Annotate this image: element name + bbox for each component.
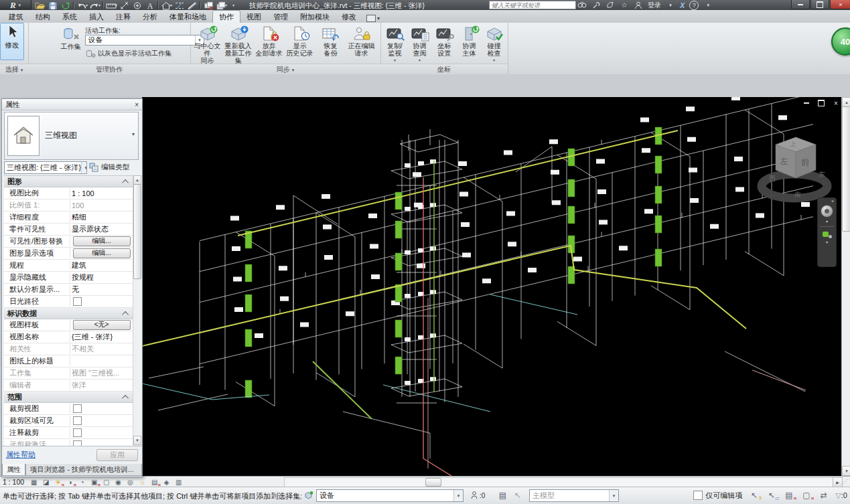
property-row[interactable]: 裁剪区域可见 (4, 415, 133, 427)
manage-collaboration-panel-label[interactable]: 管理协作 (28, 64, 190, 74)
coordination-settings-button[interactable]: 坐标设置 (432, 23, 457, 63)
minimize-button[interactable] (791, 0, 810, 9)
help-icon[interactable]: ? (689, 1, 699, 10)
close-button[interactable]: × (830, 0, 850, 9)
select-links-toggle[interactable]: ↖? (748, 491, 760, 501)
steering-wheel-icon[interactable] (821, 205, 833, 218)
property-row[interactable]: 工作集视图 "三维视... (4, 367, 133, 380)
restore-backup-button[interactable]: 恢复备份 (315, 23, 346, 63)
property-edit-button[interactable]: 编辑... (73, 248, 131, 258)
scroll-right-icon[interactable]: ▶ (833, 477, 843, 487)
ribbon-tab-2[interactable]: 结构 (29, 11, 56, 23)
ribbon-tab-5[interactable]: 注释 (110, 11, 137, 23)
ribbon-tab-6[interactable]: 分析 (137, 11, 163, 23)
chevron-down-icon[interactable]: ▾ (826, 219, 828, 224)
editing-requests-icon[interactable] (469, 490, 480, 501)
qat-redo-button[interactable]: ▾ (88, 1, 101, 10)
apply-button[interactable]: 应用 (96, 449, 138, 461)
properties-scrollbar[interactable]: ▲ ▼ (133, 175, 141, 445)
close-icon[interactable]: × (135, 101, 139, 108)
property-row[interactable]: 可见性/图形替换编辑... (4, 236, 133, 248)
chevron-down-icon[interactable]: ▾ (666, 1, 675, 9)
qat-section-button[interactable] (173, 1, 186, 10)
worksets-button[interactable]: 工作集 (59, 25, 82, 61)
qat-thin-lines-button[interactable] (186, 1, 198, 10)
exchange-apps-icon[interactable]: X (680, 1, 685, 9)
selection-filter-button[interactable]: ▽:0 (835, 491, 847, 500)
property-row[interactable]: 图纸上的标题 (4, 355, 133, 367)
view-restore-icon[interactable] (817, 99, 826, 107)
gray-inactive-worksets-toggle[interactable]: 以灰色显示非活动工作集 (85, 49, 171, 58)
qat-default-3d-view-button[interactable]: ▾ (160, 1, 173, 10)
tab-project-browser[interactable]: 项目浏览器 - 技师学院机电培训... (25, 464, 142, 476)
qat-save-button[interactable] (46, 1, 59, 10)
viewcube-front-label[interactable]: 前 (801, 157, 810, 167)
viewcube-west-label[interactable]: 西 (769, 175, 776, 182)
communication-icon[interactable] (606, 1, 615, 9)
qat-text-button[interactable]: A (143, 1, 156, 10)
resize-grip-icon[interactable]: ⋰ (843, 479, 849, 485)
property-group-header[interactable]: 标识数据 (4, 308, 133, 319)
coordinate-panel-label[interactable]: 坐标 (380, 64, 508, 74)
vcb-shadows-off-button[interactable]: ◑× (65, 478, 75, 487)
property-row[interactable]: 相关性不相关 (4, 343, 133, 355)
properties-help-link[interactable]: 属性帮助 (6, 450, 36, 460)
ribbon-tab-4[interactable]: 插入 (83, 11, 110, 23)
vcb-visual-style-button[interactable]: ◪ (41, 478, 51, 487)
property-row[interactable]: 图形显示选项编辑... (4, 248, 133, 260)
ribbon-tab-7[interactable]: 体量和场地 (163, 11, 212, 23)
qat-sync-button[interactable] (59, 1, 72, 10)
ribbon-tab-1[interactable]: 建筑 (3, 11, 29, 23)
property-row[interactable]: 远剪裁激活 (4, 439, 133, 446)
interference-check-button[interactable]: 碰撞检查▾ (482, 23, 506, 63)
property-group-header[interactable]: 图形 (4, 176, 133, 187)
property-value[interactable]: 精细 (72, 212, 86, 222)
properties-header[interactable]: 属性 × (2, 99, 142, 110)
vcb-temporary-hide-isolate-button[interactable]: ◎ (125, 478, 135, 487)
vcb-reveal-hidden-button[interactable]: ☼ (137, 478, 147, 487)
synchronize-panel-label[interactable]: 同步 ▾ (190, 64, 380, 74)
property-group-header[interactable]: 范围 (4, 392, 133, 403)
qat-tag-button[interactable] (131, 1, 143, 10)
select-by-face-toggle[interactable]: ▢× (800, 491, 812, 501)
ribbon-tab-9[interactable]: 视图 (240, 11, 267, 23)
search-icon[interactable] (577, 1, 587, 9)
chevron-down-icon[interactable]: ▾ (703, 1, 713, 9)
scroll-down-icon[interactable]: ▼ (842, 466, 850, 476)
property-value[interactable]: 张洋 (72, 380, 86, 390)
signin-user-icon[interactable] (634, 1, 643, 9)
property-row[interactable]: 默认分析显示...无 (4, 284, 133, 296)
chevron-down-icon[interactable]: ▾ (826, 240, 828, 244)
reconcile-hosting-button[interactable]: 协调主体 (457, 23, 482, 63)
modify-button[interactable]: 修改 (0, 23, 24, 60)
property-value[interactable]: 100 (72, 201, 84, 209)
vcb-show-crop-off-button[interactable]: ▢ (101, 478, 111, 487)
qat-measure-button[interactable]: ▾ (105, 1, 118, 10)
horizontal-scrollbar[interactable] (284, 477, 833, 487)
vcb-temporary-view-properties-button[interactable]: ◈ (161, 478, 171, 487)
select-panel-label[interactable]: 选择 ▾ (0, 64, 28, 74)
property-checkbox[interactable] (73, 416, 82, 425)
editing-requests-button[interactable]: 正在编辑请求 (346, 23, 376, 63)
type-selector[interactable]: 三维视图 ▾ (4, 112, 139, 160)
horizontal-scrollbar-thumb[interactable] (425, 478, 441, 487)
vcb-detail-level-button[interactable]: ▦ (29, 478, 39, 487)
property-value[interactable]: 显示原状态 (72, 224, 109, 234)
instance-selector[interactable]: 三维视图: {三维 - 张洋} ▾ (4, 161, 87, 174)
tab-properties[interactable]: 属性 (2, 464, 25, 476)
ribbon-tab-12[interactable]: 修改 (336, 11, 362, 23)
property-row[interactable]: 视图比例1 : 100 (4, 187, 133, 199)
drawing-area[interactable]: × 西 南 东 上 左 前 × ▾ ▾ (142, 97, 841, 476)
signin-label[interactable]: 登录 (648, 1, 661, 10)
application-menu-button[interactable]: R ▾ (0, 0, 31, 10)
qat-close-hidden-windows-button[interactable] (202, 1, 215, 10)
property-edit-button[interactable]: <无> (73, 320, 131, 330)
properties-scrollbar-thumb[interactable] (133, 184, 141, 279)
copy-monitor-button[interactable]: 复制/监视▾ (382, 23, 407, 63)
property-row[interactable]: 注释裁剪 (4, 427, 133, 439)
viewcube-south-label[interactable]: 南 (794, 191, 801, 198)
worksharing-display-icon[interactable]: ▤ (497, 490, 508, 501)
vcb-rendering-dialog-button[interactable]: ◔ (77, 478, 87, 487)
view-scale-button[interactable]: 1 : 100 (3, 478, 24, 486)
property-value[interactable]: 无 (72, 284, 79, 295)
